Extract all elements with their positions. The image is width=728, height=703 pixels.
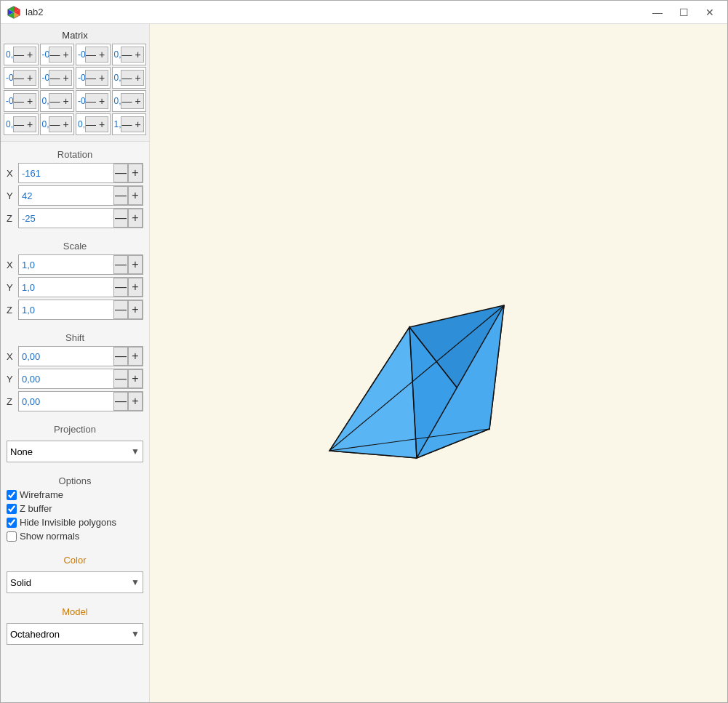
matrix-cell-3-2: —+ [76, 113, 111, 135]
scale-z-plus[interactable]: + [128, 300, 143, 319]
matrix-cell-2-3: —+ [112, 90, 147, 112]
matrix-plus-3-3[interactable]: + [132, 116, 144, 132]
matrix-minus-1-1[interactable]: — [49, 70, 60, 86]
matrix-plus-3-0[interactable]: + [25, 116, 36, 132]
rotation-y-plus[interactable]: + [128, 186, 143, 205]
matrix-plus-0-1[interactable]: + [60, 47, 72, 63]
matrix-plus-0-2[interactable]: + [97, 47, 108, 63]
matrix-plus-1-3[interactable]: + [132, 70, 144, 86]
shift-y-plus[interactable]: + [128, 369, 143, 388]
matrix-input-1-0[interactable] [6, 73, 13, 83]
matrix-minus-1-2[interactable]: — [85, 70, 97, 86]
sidebar: Matrix —+—+—+—+—+—+—+—+—+—+—+—+—+—+—+—+ … [1, 24, 150, 702]
matrix-cell-1-0: —+ [4, 67, 39, 89]
matrix-minus-0-3[interactable]: — [121, 47, 132, 63]
canvas-area [150, 24, 727, 702]
matrix-minus-3-0[interactable]: — [13, 116, 25, 132]
wireframe-row: Wireframe [7, 489, 143, 500]
scale-y-input[interactable] [19, 282, 113, 293]
matrix-input-2-2[interactable] [78, 96, 85, 106]
matrix-plus-0-3[interactable]: + [132, 47, 144, 63]
scale-z-input[interactable] [19, 305, 113, 316]
matrix-plus-2-1[interactable]: + [60, 93, 72, 109]
window-controls: — ☐ ✕ [646, 4, 721, 21]
rotation-z-plus[interactable]: + [128, 209, 143, 228]
matrix-minus-0-1[interactable]: — [49, 47, 60, 63]
shift-z-input[interactable] [19, 396, 113, 407]
rotation-x-minus[interactable]: — [113, 164, 128, 182]
show-normals-checkbox[interactable] [7, 531, 17, 542]
content-area: Matrix —+—+—+—+—+—+—+—+—+—+—+—+—+—+—+—+ … [1, 24, 727, 702]
rotation-z-input[interactable] [19, 213, 113, 224]
matrix-cell-1-3: —+ [112, 67, 147, 89]
matrix-input-2-0[interactable] [6, 96, 13, 106]
matrix-plus-2-0[interactable]: + [25, 93, 36, 109]
matrix-minus-2-1[interactable]: — [49, 93, 60, 109]
matrix-input-0-3[interactable] [114, 49, 121, 60]
rotation-x-input[interactable] [19, 168, 113, 179]
matrix-minus-3-3[interactable]: — [121, 116, 132, 132]
matrix-cell-3-1: —+ [40, 113, 75, 135]
scale-x-plus[interactable]: + [128, 255, 143, 274]
matrix-minus-3-1[interactable]: — [49, 116, 60, 132]
shift-y-minus[interactable]: — [113, 369, 128, 388]
rotation-z-minus[interactable]: — [113, 209, 128, 228]
wireframe-checkbox[interactable] [7, 490, 17, 500]
scale-y-input-wrap: — + [18, 277, 143, 297]
matrix-input-1-1[interactable] [42, 73, 49, 83]
scale-z-minus[interactable]: — [113, 300, 128, 319]
color-select[interactable]: SolidGradientTexture [10, 577, 131, 588]
shift-y-input[interactable] [19, 374, 113, 385]
rotation-x-plus[interactable]: + [128, 164, 143, 182]
shift-x-plus[interactable]: + [128, 347, 143, 366]
scale-x-minus[interactable]: — [113, 255, 128, 274]
maximize-button[interactable]: ☐ [672, 4, 695, 21]
matrix-minus-0-0[interactable]: — [13, 47, 25, 63]
shift-x-input[interactable] [19, 351, 113, 362]
model-select[interactable]: OctahedronCubeSphereTetrahedron [10, 629, 131, 640]
matrix-plus-1-2[interactable]: + [97, 70, 108, 86]
matrix-minus-1-0[interactable]: — [13, 70, 25, 86]
projection-select[interactable]: NonePerspectiveOrthographic [10, 446, 131, 457]
matrix-input-0-1[interactable] [42, 49, 49, 60]
matrix-minus-2-2[interactable]: — [85, 93, 97, 109]
close-button[interactable]: ✕ [698, 4, 721, 21]
wireframe-label: Wireframe [20, 489, 63, 500]
scale-y-plus[interactable]: + [128, 278, 143, 297]
matrix-input-0-0[interactable] [6, 49, 13, 60]
rotation-y-input[interactable] [19, 190, 113, 201]
matrix-minus-3-2[interactable]: — [85, 116, 97, 132]
matrix-input-1-2[interactable] [78, 73, 85, 83]
matrix-plus-1-0[interactable]: + [25, 70, 36, 86]
matrix-minus-1-3[interactable]: — [121, 70, 132, 86]
model-dropdown-wrap[interactable]: OctahedronCubeSphereTetrahedron ▼ [7, 623, 143, 645]
matrix-plus-2-3[interactable]: + [132, 93, 144, 109]
matrix-input-1-3[interactable] [114, 73, 121, 83]
matrix-minus-2-0[interactable]: — [13, 93, 25, 109]
matrix-input-2-1[interactable] [42, 96, 49, 106]
shift-z-minus[interactable]: — [113, 392, 128, 411]
matrix-plus-2-2[interactable]: + [97, 93, 108, 109]
matrix-minus-0-2[interactable]: — [85, 47, 97, 63]
matrix-minus-2-3[interactable]: — [121, 93, 132, 109]
matrix-plus-3-1[interactable]: + [60, 116, 72, 132]
scale-x-input[interactable] [19, 260, 113, 270]
projection-dropdown-wrap[interactable]: NonePerspectiveOrthographic ▼ [7, 441, 143, 462]
matrix-input-3-1[interactable] [42, 119, 49, 129]
hide-invisible-checkbox[interactable] [7, 518, 17, 528]
matrix-plus-1-1[interactable]: + [60, 70, 72, 86]
matrix-input-2-3[interactable] [114, 96, 121, 106]
matrix-input-3-0[interactable] [6, 119, 13, 129]
matrix-plus-0-0[interactable]: + [25, 47, 36, 63]
rotation-y-minus[interactable]: — [113, 186, 128, 205]
scale-y-minus[interactable]: — [113, 278, 128, 297]
matrix-plus-3-2[interactable]: + [97, 116, 108, 132]
shift-x-minus[interactable]: — [113, 347, 128, 366]
color-dropdown-wrap[interactable]: SolidGradientTexture ▼ [7, 571, 143, 593]
matrix-input-0-2[interactable] [78, 49, 85, 60]
minimize-button[interactable]: — [646, 4, 669, 21]
matrix-input-3-3[interactable] [114, 119, 121, 129]
zbuffer-checkbox[interactable] [7, 504, 17, 514]
matrix-input-3-2[interactable] [78, 119, 85, 129]
shift-z-plus[interactable]: + [128, 392, 143, 411]
